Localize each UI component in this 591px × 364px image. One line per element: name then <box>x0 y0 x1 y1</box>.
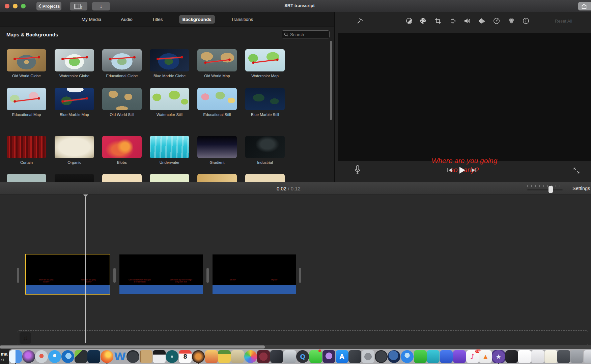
dock-icon-documents-stack[interactable] <box>531 350 544 363</box>
dock-icon-vlc[interactable]: ▲ <box>479 350 492 363</box>
background-item[interactable]: Watercolor Globe <box>55 49 94 78</box>
thumbnail-old-world-globe[interactable] <box>7 49 46 71</box>
thumbnail-educational-map[interactable] <box>7 88 46 110</box>
thumbnail-partial[interactable] <box>7 174 46 182</box>
stabilization-camera-icon[interactable] <box>449 17 456 25</box>
playhead-line[interactable] <box>85 197 86 343</box>
tab-backgrounds[interactable]: Backgrounds <box>179 15 215 24</box>
dock-icon-photos[interactable] <box>244 350 257 363</box>
dock-icon-globe-dark[interactable] <box>388 350 400 363</box>
dock-icon-blue-app[interactable] <box>440 350 453 363</box>
thumbnail-partial[interactable] <box>150 174 189 182</box>
zoom-slider-track[interactable] <box>527 189 563 190</box>
background-item[interactable]: Old World Map <box>197 49 237 78</box>
thumbnail-industrial[interactable] <box>245 136 285 158</box>
thumbnail-blobs[interactable] <box>102 136 142 158</box>
background-item[interactable]: Educational Still <box>197 88 237 117</box>
background-item[interactable]: Old World Still <box>102 88 142 117</box>
timeline-clip-3[interactable]: why not? why not? why not? <box>213 254 296 294</box>
tab-titles[interactable]: Titles <box>149 15 166 24</box>
thumbnail-gradient[interactable] <box>197 136 237 158</box>
dock-icon-quicktime[interactable]: Q <box>296 350 309 363</box>
dock-icon-app-store[interactable]: A <box>336 350 348 363</box>
trim-handle[interactable] <box>113 268 116 283</box>
dock-icon-mobile-device[interactable] <box>75 350 87 363</box>
zoom-slider-thumb[interactable] <box>548 186 553 193</box>
background-item[interactable]: Educational Globe <box>102 49 142 78</box>
dock-icon-final-cut[interactable] <box>505 350 518 363</box>
background-item[interactable]: Blue Marble Still <box>245 88 285 117</box>
background-item[interactable]: Educational Map <box>7 88 46 117</box>
thumbnail-curtain[interactable] <box>7 136 46 158</box>
dock-icon-notes-card[interactable] <box>544 350 557 363</box>
background-item[interactable]: Curtain <box>7 136 46 164</box>
speed-meter-icon[interactable] <box>493 17 500 25</box>
search-input[interactable] <box>290 32 327 37</box>
thumbnail-blue-marble-map[interactable] <box>55 88 94 110</box>
thumbnail-watercolor-map[interactable] <box>245 49 285 71</box>
dock-icon-journal[interactable] <box>140 350 152 363</box>
volume-icon[interactable] <box>463 17 471 25</box>
dock-icon-imovie[interactable]: ★ <box>492 350 505 363</box>
dock-icon-teal-app[interactable] <box>427 350 440 363</box>
thumbnail-organic[interactable] <box>55 136 94 158</box>
viewer[interactable]: Where are you going so early? <box>338 33 591 161</box>
share-button[interactable] <box>578 2 591 10</box>
background-item[interactable]: Organic <box>55 136 94 164</box>
thumbnail-old-world-map[interactable] <box>197 49 237 71</box>
dock-icon-color-meter[interactable] <box>348 350 361 363</box>
dock-icon-sculpt-hand[interactable] <box>231 350 244 363</box>
dock-icon-garageband[interactable] <box>192 350 205 363</box>
reset-all-button[interactable]: Reset All <box>555 19 572 24</box>
browser-scrollbar[interactable] <box>330 41 332 120</box>
dock-icon-finder[interactable] <box>9 350 22 363</box>
dock-icon-cocktail[interactable] <box>205 350 218 363</box>
background-item[interactable]: Gradient <box>197 136 237 164</box>
previous-button[interactable] <box>446 167 453 174</box>
info-icon[interactable] <box>522 17 530 25</box>
play-button[interactable] <box>457 165 467 175</box>
dock-icon-word[interactable]: W <box>114 350 126 363</box>
dock-icon-calendar[interactable]: 8 <box>179 350 192 363</box>
dock-icon-purple-app[interactable] <box>453 350 466 363</box>
dock-icon-podcasts[interactable] <box>322 350 335 363</box>
fullscreen-icon[interactable] <box>573 167 580 174</box>
thumbnail-old-world-still[interactable] <box>102 88 142 110</box>
thumbnail-partial[interactable] <box>197 174 237 182</box>
dock-icon-clapperboard[interactable] <box>153 350 166 363</box>
dock-icon-siri[interactable] <box>22 350 35 363</box>
tab-audio[interactable]: Audio <box>117 15 136 24</box>
tab-transitions[interactable]: Transitions <box>228 15 257 24</box>
thumbnail-educational-still[interactable] <box>197 88 237 110</box>
dock-icon-thunderbird[interactable] <box>61 350 74 363</box>
thumbnail-educational-globe[interactable] <box>102 49 142 71</box>
background-item[interactable]: Underwater <box>150 136 189 164</box>
timeline-clip-2[interactable]: Can't record any more messagesat my alar… <box>119 254 203 294</box>
search-field[interactable] <box>282 30 330 38</box>
thumbnail-partial[interactable] <box>55 174 94 182</box>
dock-icon-kindle[interactable] <box>87 350 100 363</box>
timeline-area[interactable]: Where are you goingso early? Where are y… <box>0 194 591 345</box>
background-item[interactable]: Blobs <box>102 136 142 164</box>
auto-enhance-wand-icon[interactable] <box>356 17 363 25</box>
playhead-marker[interactable] <box>83 194 88 197</box>
dock-icon-safari[interactable] <box>48 350 61 363</box>
dock-icon-launchpad-rocket[interactable] <box>35 350 48 363</box>
dock-icon-dvd-player[interactable] <box>283 350 296 363</box>
background-item[interactable]: Blue Marble Map <box>55 88 94 117</box>
horizontal-scrollbar-thumb[interactable] <box>0 345 265 348</box>
dock-icon-chat-green[interactable] <box>414 350 427 363</box>
dock-icon-photo-booth[interactable] <box>257 350 270 363</box>
thumbnail-underwater[interactable] <box>150 136 189 158</box>
dock-icon-folder-dark[interactable] <box>557 350 570 363</box>
next-button[interactable] <box>471 167 477 174</box>
background-item[interactable]: Watercolor Map <box>245 49 285 78</box>
color-balance-icon[interactable] <box>405 17 413 25</box>
timeline-clip-1[interactable]: Where are you goingso early? Where are y… <box>26 254 110 294</box>
background-music-well[interactable] <box>17 330 588 345</box>
dock-icon-trash[interactable] <box>584 350 591 363</box>
tab-my-media[interactable]: My Media <box>78 15 105 24</box>
thumbnail-partial[interactable] <box>245 174 285 182</box>
thumbnail-blue-marble-globe[interactable] <box>150 49 189 71</box>
thumbnail-partial[interactable] <box>102 174 142 182</box>
